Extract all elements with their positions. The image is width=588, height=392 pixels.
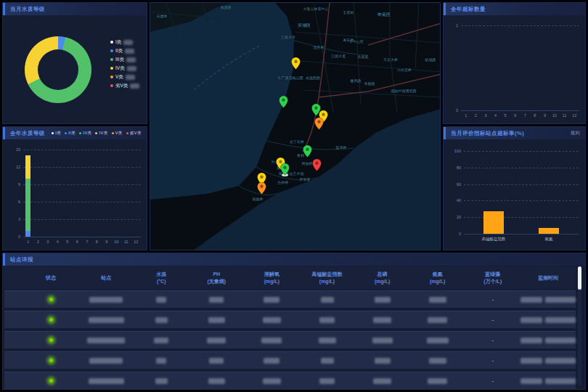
rate-bar[interactable]	[539, 228, 559, 234]
station-pin-icon[interactable]	[291, 57, 301, 70]
stacked-bar-segment[interactable]	[25, 231, 30, 237]
map-label: 南杨桥	[253, 197, 264, 201]
scrollbar-thumb[interactable]	[578, 266, 581, 290]
panel-annual-grade: 全年水质等级 I类II类III类IV类V类劣V类 036912151234567…	[2, 126, 147, 250]
table-cell	[520, 317, 576, 323]
rule-link[interactable]: 规则	[571, 130, 580, 136]
legend-item[interactable]: I类	[52, 131, 61, 136]
redacted-value	[429, 297, 446, 303]
legend-label: 劣V类	[115, 83, 128, 89]
y-axis-tick: 3	[18, 217, 20, 221]
redacted-value	[209, 297, 224, 303]
legend-item[interactable]: III类	[110, 55, 139, 64]
station-pin-icon[interactable]	[303, 145, 312, 158]
x-axis-tick: 7	[524, 113, 526, 118]
table-header-row: 状态站点水温(°C)PH(无量纲)溶解氧(mg/L)高锰酸盐指数(mg/L)总磷…	[4, 266, 576, 289]
legend-item[interactable]: IV类	[110, 64, 139, 73]
table-cell	[299, 358, 354, 364]
table-cell: -	[465, 317, 520, 322]
table-scrollbar[interactable]	[578, 266, 581, 385]
legend-item[interactable]: V类	[112, 131, 123, 136]
legend-item[interactable]: 劣V类	[126, 131, 142, 136]
legend-item[interactable]: II类	[110, 46, 139, 55]
map-label: 吉祥桥	[278, 180, 289, 184]
redacted-value	[87, 338, 125, 343]
redacted-time	[545, 317, 576, 323]
redacted-date	[520, 297, 542, 303]
redacted-time	[545, 378, 576, 384]
legend-label: 劣V类	[130, 131, 142, 136]
map-label: 机场路	[425, 57, 436, 62]
legend-label: V类	[115, 131, 123, 136]
map-canvas	[150, 3, 441, 250]
table-row[interactable]: -	[4, 290, 576, 308]
column-header-5: 高锰酸盐指数(mg/L)	[299, 271, 354, 285]
legend-label: V类	[115, 74, 123, 81]
gridline	[461, 25, 579, 26]
station-map[interactable]: 石塘桥渔港路大箕山体育中心中吴区五星村滨湖区市中心区岳南苑天安大桥机场路小白宫桥…	[150, 2, 441, 250]
x-axis-tick: 9	[105, 240, 107, 244]
legend-label: III类	[83, 131, 91, 136]
x-axis-tick: 氨氮	[544, 237, 552, 242]
legend-item[interactable]: III类	[79, 131, 91, 136]
y-axis-tick: 20	[457, 215, 461, 219]
status-indicator	[48, 357, 54, 364]
legend-label: I类	[55, 131, 61, 136]
map-label: 薛家里	[300, 177, 311, 181]
legend-item[interactable]: IV类	[95, 131, 107, 136]
panel-title-text: 站点详报	[10, 256, 33, 264]
map-label: 滨湖区	[298, 23, 311, 29]
table-cell	[134, 378, 189, 384]
table-row[interactable]: -	[4, 311, 576, 328]
legend-dot	[110, 58, 113, 61]
station-pin-icon[interactable]	[314, 118, 324, 130]
map-label: 小白宫桥	[397, 68, 412, 72]
legend-item[interactable]: II类	[65, 131, 75, 136]
table-cell	[355, 317, 410, 323]
map-label: 立国大道	[331, 54, 346, 58]
table-cell	[23, 337, 78, 343]
table-cell	[134, 338, 189, 343]
legend-item[interactable]: I类	[110, 38, 139, 46]
rate-bar[interactable]	[483, 211, 504, 234]
y-axis-tick: 80	[457, 166, 461, 170]
redacted-value	[156, 297, 166, 303]
x-axis-tick: 10	[552, 113, 557, 118]
table-row[interactable]: -	[4, 351, 576, 369]
gridline	[464, 217, 579, 218]
table-cell: -	[465, 358, 520, 363]
x-axis-tick: 2	[37, 240, 39, 244]
station-pin-icon[interactable]	[280, 163, 290, 176]
station-pin-icon[interactable]	[279, 96, 288, 108]
map-label: 中吴区	[377, 12, 391, 18]
station-pin-icon[interactable]	[312, 159, 322, 171]
legend-item[interactable]: V类	[110, 73, 139, 81]
table-row[interactable]: -	[4, 372, 576, 389]
stacked-bar-segment[interactable]	[25, 179, 30, 231]
y-axis-tick: 1	[456, 23, 458, 28]
legend-label: IV类	[99, 131, 107, 136]
x-axis-tick: 8	[96, 240, 98, 244]
panel-annual-exceed: 全年超标数量 01123456789101112	[443, 2, 586, 124]
legend-item[interactable]: 劣V类	[110, 81, 139, 90]
redacted-value	[429, 358, 446, 364]
redacted-value	[264, 358, 279, 364]
table-row[interactable]: -	[4, 331, 576, 348]
table-cell	[244, 317, 299, 323]
stacked-bar-segment[interactable]	[25, 155, 30, 179]
table-cell	[410, 358, 465, 364]
table-cell	[520, 338, 576, 343]
table-cell	[189, 317, 244, 323]
table-cell	[410, 297, 465, 303]
redacted-value	[321, 358, 334, 364]
table-cell	[520, 358, 576, 364]
redacted-value	[208, 378, 225, 384]
x-axis-tick: 5	[66, 240, 68, 244]
station-pin-icon[interactable]	[257, 182, 266, 195]
column-header-8: 蓝绿藻(万个/L)	[465, 271, 520, 285]
map-label: 长广溪湿地公园	[278, 75, 303, 80]
redacted-value	[428, 317, 447, 323]
redacted-value	[89, 297, 123, 303]
algae-value: -	[492, 338, 494, 343]
y-axis-tick: 0	[456, 108, 458, 113]
